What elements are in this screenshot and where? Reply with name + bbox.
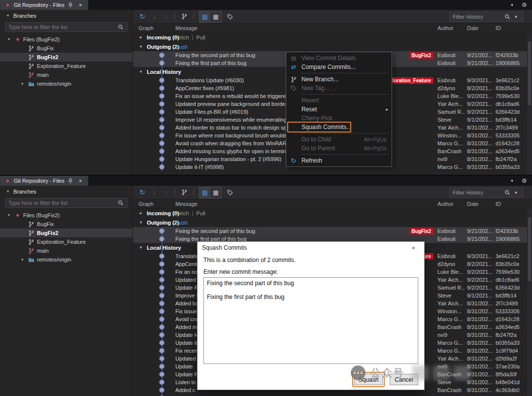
tree-item-exploration-feature[interactable]: Exploration_Feature bbox=[0, 62, 133, 70]
menu-item-new-branch[interactable]: New Branch... bbox=[286, 75, 392, 84]
column-date[interactable]: Date bbox=[465, 201, 494, 207]
dialog-titlebar[interactable]: Squash Commits × bbox=[198, 242, 424, 254]
collapsed-expander-icon[interactable]: ▸ bbox=[20, 258, 26, 262]
expanded-expander-icon[interactable]: ▾ bbox=[138, 45, 144, 49]
expanded-expander-icon[interactable]: ▾ bbox=[5, 14, 11, 18]
tree-item-label: Files (BugFix2) bbox=[23, 36, 60, 42]
graph-node-icon bbox=[133, 76, 167, 84]
commit-author: BanCrash bbox=[433, 324, 465, 330]
commit-date: 8/2/2021... bbox=[465, 261, 494, 267]
close-icon[interactable]: × bbox=[77, 178, 84, 184]
tab-git-repository-files[interactable]: Git Repository - Files × bbox=[0, 176, 88, 186]
history-filter-input[interactable] bbox=[453, 190, 502, 196]
pin-icon[interactable] bbox=[67, 178, 74, 184]
pin-icon[interactable] bbox=[67, 2, 74, 8]
column-graph[interactable]: Graph bbox=[133, 201, 167, 207]
column-id[interactable]: ID bbox=[494, 201, 527, 207]
commit-id: db1c8ad6 bbox=[494, 277, 527, 283]
incoming-section[interactable]: ▸ Incoming (0) Fetch | Pull bbox=[133, 33, 527, 42]
close-icon[interactable]: × bbox=[77, 2, 84, 8]
collapsed-expander-icon[interactable]: ▸ bbox=[20, 82, 26, 86]
commit-id: 8f5da30f bbox=[494, 371, 527, 377]
tab-git-repository-files[interactable]: Git Repository - Files × bbox=[0, 0, 88, 10]
squash-button[interactable]: Squash bbox=[354, 374, 383, 385]
branch-compare-icon[interactable] bbox=[179, 187, 190, 198]
vertical-scrollbar[interactable] bbox=[527, 208, 532, 396]
pull-link[interactable]: Pull bbox=[196, 34, 205, 40]
column-date[interactable]: Date bbox=[465, 25, 494, 31]
filter-caret-icon[interactable]: ▾ bbox=[512, 14, 520, 19]
dialog-close-icon[interactable]: × bbox=[407, 244, 420, 252]
outgoing-section[interactable]: ▾ Outgoing (2) Push bbox=[133, 218, 527, 227]
expanded-expander-icon[interactable]: ▾ bbox=[138, 246, 144, 250]
branch-filter-input[interactable] bbox=[8, 24, 115, 30]
column-author[interactable]: Author bbox=[433, 201, 465, 207]
fetch-link[interactable]: Fetch bbox=[175, 34, 189, 40]
expanded-expander-icon[interactable]: ▾ bbox=[6, 37, 12, 41]
tag-icon[interactable] bbox=[225, 11, 235, 22]
push-link[interactable]: Push bbox=[175, 220, 188, 226]
column-author[interactable]: Author bbox=[433, 25, 465, 31]
collapsed-expander-icon[interactable]: ▸ bbox=[138, 35, 144, 39]
tree-item-remotes-origin[interactable]: ▸remotes/origin bbox=[0, 79, 133, 88]
cancel-button[interactable]: Cancel bbox=[390, 374, 418, 385]
history-filter-input[interactable] bbox=[453, 14, 502, 20]
collapsed-expander-icon[interactable]: ▸ bbox=[138, 211, 144, 215]
tree-item-files-bugfix2[interactable]: ▾Files (BugFix2) bbox=[0, 211, 133, 220]
commit-row[interactable]: Fixing the second part of this bugBugFix… bbox=[133, 227, 527, 235]
commit-message-textarea[interactable]: Fixing the second part of this bug Fixin… bbox=[203, 277, 418, 364]
menu-item-squash-commits[interactable]: Squash Commits... bbox=[286, 123, 392, 132]
gear-icon[interactable]: ⚙ bbox=[521, 177, 528, 184]
column-graph[interactable]: Graph bbox=[133, 25, 167, 31]
outgoing-section[interactable]: ▾ Outgoing (2) Push bbox=[133, 42, 527, 51]
window-position-caret-icon[interactable]: ▾ bbox=[508, 178, 516, 183]
column-id[interactable]: ID bbox=[494, 25, 527, 31]
branch-filter-input[interactable] bbox=[8, 200, 115, 206]
branches-header[interactable]: ▾ Branches bbox=[0, 188, 133, 196]
branches-header[interactable]: ▾ Branches bbox=[0, 12, 133, 20]
graph-view-icon[interactable]: ▤ bbox=[200, 187, 210, 198]
push-link[interactable]: Push bbox=[175, 44, 188, 50]
column-message[interactable]: Message bbox=[167, 25, 433, 31]
fetch-link[interactable]: Fetch bbox=[175, 210, 189, 216]
tree-item-main[interactable]: main bbox=[0, 70, 133, 79]
tree-item-main[interactable]: main bbox=[0, 246, 133, 255]
expanded-expander-icon[interactable]: ▾ bbox=[6, 213, 12, 217]
gear-icon[interactable]: ⚙ bbox=[521, 1, 528, 8]
vertical-scrollbar[interactable] bbox=[527, 33, 532, 175]
graph-view-icon[interactable]: ▤ bbox=[200, 11, 210, 22]
tag-icon[interactable] bbox=[225, 187, 235, 198]
commit-row[interactable]: Update Files.de-DE.xlf (#5938)R3voA38/31… bbox=[133, 394, 527, 396]
menu-item-compare-commits[interactable]: ⇄Compare Commits... bbox=[286, 63, 392, 71]
commit-id: bd3ffb14 bbox=[494, 117, 527, 123]
commit-list-icon[interactable]: ▦ bbox=[210, 11, 221, 22]
commit-author: Esibruti bbox=[433, 77, 465, 83]
branch-compare-icon[interactable] bbox=[179, 11, 190, 22]
tree-item-bugfix[interactable]: BugFix bbox=[0, 44, 133, 53]
menu-item-refresh[interactable]: ↻Refresh bbox=[286, 156, 392, 165]
refresh-icon[interactable]: ↻ bbox=[137, 11, 148, 22]
filter-caret-icon[interactable]: ▾ bbox=[512, 190, 520, 195]
scrollbar-thumb[interactable] bbox=[528, 41, 531, 105]
tree-item-bugfix[interactable]: BugFix bbox=[0, 220, 133, 229]
expanded-expander-icon[interactable]: ▾ bbox=[138, 221, 144, 225]
expanded-expander-icon[interactable]: ▾ bbox=[5, 190, 11, 194]
incoming-section[interactable]: ▸ Incoming (0) Fetch | Pull bbox=[133, 208, 527, 218]
refresh-icon[interactable]: ↻ bbox=[137, 187, 148, 198]
tree-item-files-bugfix2[interactable]: ▾Files (BugFix2) bbox=[0, 35, 133, 44]
pull-link[interactable]: Pull bbox=[196, 210, 205, 216]
menu-item-label: Compare Commits... bbox=[301, 64, 387, 70]
commit-id: 2f7c3499 bbox=[494, 125, 527, 131]
menu-item-reset[interactable]: Reset▸ bbox=[286, 105, 392, 114]
column-message[interactable]: Message bbox=[167, 201, 433, 207]
commit-date: 9/3/2021... bbox=[465, 253, 494, 259]
scrollbar-thumb[interactable] bbox=[528, 217, 531, 281]
commit-list-icon[interactable]: ▦ bbox=[210, 187, 221, 198]
window-position-caret-icon[interactable]: ▾ bbox=[508, 2, 516, 7]
commit-id: fb247f2a bbox=[494, 156, 527, 162]
tree-item-exploration-feature[interactable]: Exploration_Feature bbox=[0, 237, 133, 246]
tree-item-remotes-origin[interactable]: ▸remotes/origin bbox=[0, 255, 133, 264]
tree-item-bugfix2[interactable]: BugFix2 bbox=[0, 53, 133, 62]
expanded-expander-icon[interactable]: ▾ bbox=[138, 70, 144, 74]
tree-item-bugfix2[interactable]: BugFix2 bbox=[0, 229, 133, 237]
